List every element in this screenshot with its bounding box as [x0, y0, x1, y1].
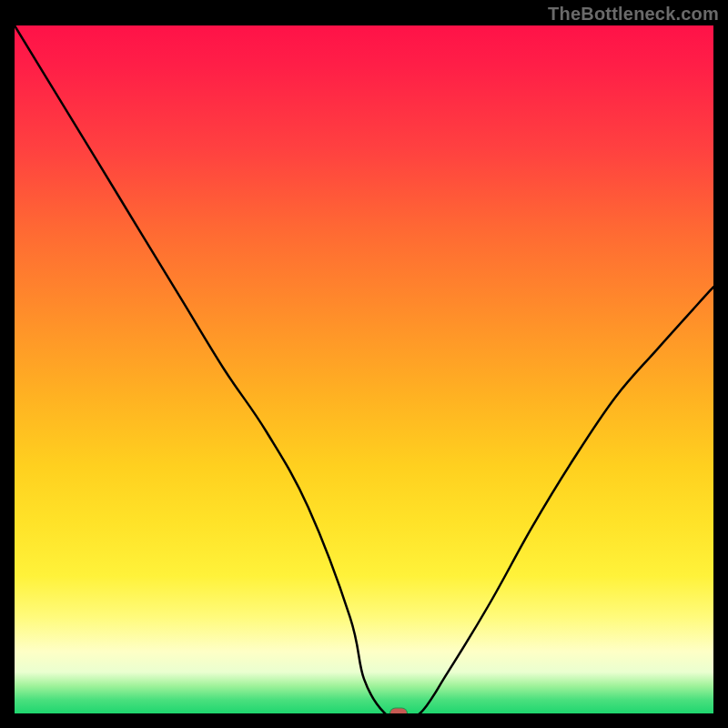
chart-frame: TheBottleneck.com	[0, 0, 728, 728]
bottleneck-curve	[15, 25, 713, 713]
curve-path	[15, 25, 713, 713]
plot-area	[15, 25, 713, 713]
optimum-marker	[390, 709, 407, 714]
watermark-text: TheBottleneck.com	[548, 4, 719, 25]
